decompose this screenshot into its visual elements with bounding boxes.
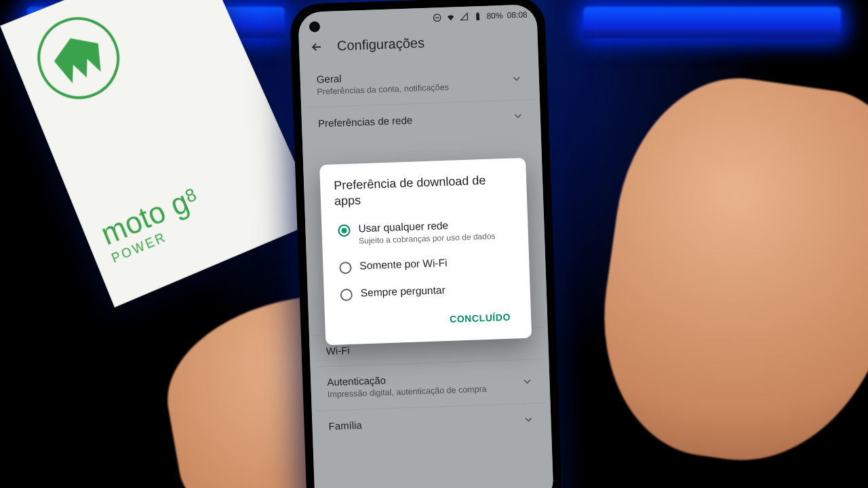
product-box: moto g8 POWER: [0, 0, 321, 308]
phone-frame: 80% 08:08 Configurações Geral Preferênci…: [290, 0, 562, 488]
option-any-network[interactable]: Usar qualquer rede Sujeito a cobranças p…: [335, 210, 522, 254]
phone-screen: 80% 08:08 Configurações Geral Preferênci…: [298, 4, 553, 488]
done-button[interactable]: CONCLUÍDO: [442, 306, 517, 331]
radio-unselected-icon: [339, 262, 352, 274]
product-brand: moto g8 POWER: [96, 181, 210, 266]
hand-right: [585, 63, 868, 479]
download-preference-dialog: Preferência de download de apps Usar qua…: [319, 158, 532, 346]
ambient-light-right: [583, 7, 841, 38]
motorola-logo-icon: [25, 5, 132, 111]
option-title: Somente por Wi-Fi: [359, 257, 448, 272]
radio-selected-icon: [338, 224, 351, 237]
dialog-title: Preferência de download de apps: [334, 171, 520, 209]
radio-unselected-icon: [340, 289, 353, 302]
option-title: Sempre perguntar: [360, 284, 445, 299]
